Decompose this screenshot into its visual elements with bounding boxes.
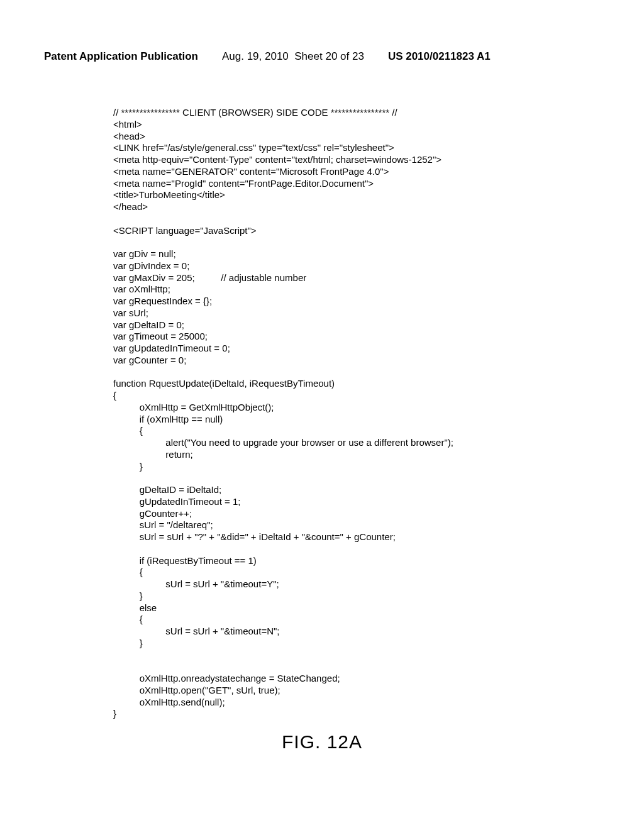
code-listing: // **************** CLIENT (BROWSER) SID… <box>113 107 600 720</box>
publication-date: Aug. 19, 2010 <box>222 50 289 63</box>
figure-label: FIG. 12A <box>44 731 600 753</box>
patent-page: Patent Application Publication Aug. 19, … <box>0 0 644 830</box>
page-header: Patent Application Publication Aug. 19, … <box>44 50 600 63</box>
publication-label: Patent Application Publication <box>44 50 198 63</box>
sheet-number: Sheet 20 of 23 <box>289 50 364 63</box>
patent-number: US 2010/0211823 A1 <box>388 50 491 63</box>
